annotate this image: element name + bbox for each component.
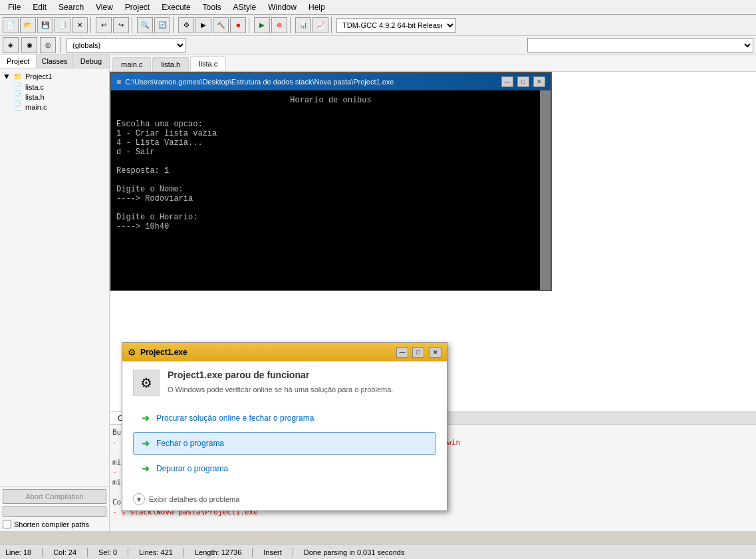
redo-button[interactable]: ↪ — [113, 17, 129, 33]
toolbar-row2: ◈ ◉ ◎ (globals) — [0, 36, 756, 55]
console-content[interactable]: Horario de onibus Escolha uma opcao: 1 -… — [111, 90, 551, 290]
file-icon-3: 📄 — [13, 102, 23, 111]
toolbar-row1: 📄 📂 💾 📑 ✕ ↩ ↪ 🔍 🔄 ⚙ ▶ 🔨 ■ ▶ ⊗ 📊 📈 TDM-GC… — [0, 15, 756, 36]
error-dialog-body: ⚙ Project1.exe parou de funcionar O Wind… — [122, 362, 447, 491]
break-button[interactable]: ⊗ — [271, 17, 287, 33]
editor-tabs: main.c lista.h lista.c — [110, 55, 756, 72]
stop-button[interactable]: ■ — [230, 17, 246, 33]
arrow-icon-1: ➜ — [142, 413, 150, 423]
console-window: ■ C:\Users\ramon.gomes\Desktop\Estrutura… — [110, 72, 552, 291]
error-dialog-app-icon: ⚙ — [128, 347, 136, 358]
console-line-menu: Escolha uma opcao: — [116, 120, 545, 129]
sidebar-tab-project[interactable]: Project — [0, 55, 37, 68]
menu-help[interactable]: Help — [303, 1, 330, 13]
error-dialog-title-text: Project1.exe — [140, 348, 392, 357]
sidebar-tab-classes[interactable]: Classes — [37, 55, 73, 68]
error-dialog-minimize[interactable]: — — [396, 347, 408, 358]
error-dialog: ⚙ Project1.exe — □ ✕ ⚙ Project1.exe paro… — [122, 342, 447, 511]
expand-details-icon: ▼ — [133, 493, 145, 505]
new-button[interactable]: 📄 — [3, 17, 19, 33]
toolbar-icon3[interactable]: ◎ — [40, 37, 56, 53]
undo-button[interactable]: ↩ — [96, 17, 112, 33]
error-dialog-maximize[interactable]: □ — [412, 347, 424, 358]
scope-select[interactable]: (globals) — [66, 38, 186, 53]
menu-project[interactable]: Project — [120, 1, 155, 13]
error-dialog-titlebar: ⚙ Project1.exe — □ ✕ — [122, 343, 447, 362]
console-line-opt1: 1 - Criar lista vazia — [116, 129, 545, 138]
sidebar-tab-debug[interactable]: Debug — [73, 55, 109, 68]
menu-edit[interactable]: Edit — [27, 1, 52, 13]
chart-button[interactable]: 📊 — [295, 17, 311, 33]
function-select[interactable] — [527, 38, 753, 53]
error-main-title: Project1.exe parou de funcionar — [168, 370, 393, 380]
tab-mainc[interactable]: main.c — [112, 57, 151, 71]
sidebar-bottom: Abort Compilation Shorten compiler paths — [0, 486, 109, 531]
error-option-close[interactable]: ➜ Fechar o programa — [133, 432, 436, 455]
console-maximize[interactable]: □ — [517, 76, 529, 87]
abort-compilation-button[interactable]: Abort Compilation — [3, 489, 106, 504]
menu-file[interactable]: File — [3, 1, 26, 13]
console-minimize[interactable]: — — [501, 76, 513, 87]
console-title: C:\Users\ramon.gomes\Desktop\Estrutura d… — [125, 78, 497, 86]
error-footer[interactable]: ▼ Exibir detalhes do problema — [122, 491, 447, 510]
compiler-select[interactable]: TDM-GCC 4.9.2 64-bit Release — [336, 18, 456, 33]
sep1 — [90, 17, 93, 33]
tree-children: 📄 lista.c 📄 lista.h 📄 main.c — [3, 82, 106, 112]
project-name[interactable]: Project1 — [25, 72, 52, 80]
console-line-nome-val: ----> Rodoviaria — [116, 194, 545, 203]
sep-status-3 — [128, 548, 128, 557]
sep4 — [249, 17, 251, 33]
toolbar-icon2[interactable]: ◉ — [21, 37, 37, 53]
console-scrollbar[interactable] — [540, 90, 551, 290]
sidebar-tabs: Project Classes Debug — [0, 55, 109, 68]
console-line-resp: Resposta: 1 — [116, 166, 545, 175]
console-line-blank3 — [116, 175, 545, 185]
status-sel: Sel: 0 — [98, 548, 117, 556]
open-button[interactable]: 📂 — [20, 17, 36, 33]
menu-search[interactable]: Search — [53, 1, 89, 13]
build-button[interactable]: 🔨 — [213, 17, 229, 33]
shorten-label: Shorten compiler paths — [14, 520, 89, 528]
tab-listah[interactable]: lista.h — [152, 57, 189, 71]
menu-execute[interactable]: Execute — [156, 1, 195, 13]
menu-bar: File Edit Search View Project Execute To… — [0, 0, 756, 15]
compile-button[interactable]: ⚙ — [178, 17, 194, 33]
menu-view[interactable]: View — [90, 1, 118, 13]
tab-listac[interactable]: lista.c — [190, 56, 226, 71]
tree-root[interactable]: ▼ 📁 Project1 — [3, 71, 106, 82]
profiler-button[interactable]: 📈 — [313, 17, 328, 33]
status-line: Line: 18 — [5, 548, 31, 556]
status-parse: Done parsing in 0,031 seconds — [304, 548, 405, 556]
tree-file-listac[interactable]: 📄 lista.c — [13, 82, 106, 92]
sep3 — [173, 17, 176, 33]
close-button[interactable]: ✕ — [72, 17, 88, 33]
save-button[interactable]: 💾 — [37, 17, 53, 33]
console-close[interactable]: ✕ — [533, 76, 545, 87]
console-line-blank1 — [116, 110, 545, 120]
find-button[interactable]: 🔍 — [137, 17, 153, 33]
save-all-button[interactable]: 📑 — [55, 17, 70, 33]
error-option-debug[interactable]: ➜ Depurar o programa — [133, 457, 436, 480]
console-line-horario: Digite o Horario: — [116, 213, 545, 222]
menu-window[interactable]: Window — [263, 1, 302, 13]
console-line-blank2 — [116, 157, 545, 166]
sep6 — [331, 17, 334, 33]
status-bar: Line: 18 Col: 24 Sel: 0 Lines: 421 Lengt… — [0, 544, 756, 559]
tree-file-mainc[interactable]: 📄 main.c — [13, 102, 106, 112]
debug-button[interactable]: ▶ — [254, 17, 270, 33]
toolbar-icon1[interactable]: ◈ — [3, 37, 19, 53]
sep5 — [290, 17, 293, 33]
error-option-search[interactable]: ➜ Procurar solução online e fechar o pro… — [133, 407, 436, 429]
tree-file-listah[interactable]: 📄 lista.h — [13, 92, 106, 102]
file-icon-2: 📄 — [13, 92, 23, 101]
error-dialog-close[interactable]: ✕ — [430, 347, 441, 358]
replace-button[interactable]: 🔄 — [154, 17, 170, 33]
run-button[interactable]: ▶ — [195, 17, 211, 33]
shorten-paths-check[interactable]: Shorten compiler paths — [3, 520, 106, 528]
menu-astyle[interactable]: AStyle — [228, 1, 262, 13]
console-line-blank4 — [116, 203, 545, 213]
sep-status-2 — [87, 548, 88, 557]
console-line-optd: d - Sair — [116, 148, 545, 157]
shorten-checkbox[interactable] — [3, 520, 11, 528]
menu-tools[interactable]: Tools — [197, 1, 227, 13]
